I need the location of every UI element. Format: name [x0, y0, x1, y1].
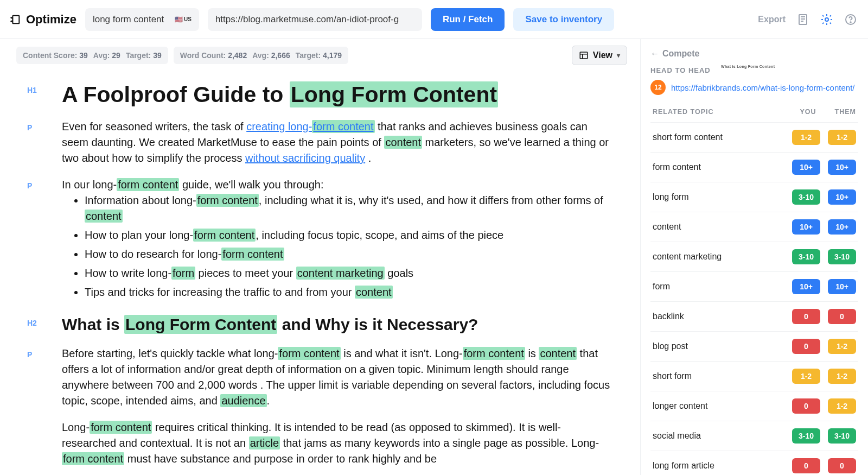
topic-row[interactable]: backlink00	[650, 301, 858, 331]
h1-text: A Foolproof Guide to Long Form Content	[62, 81, 613, 108]
view-dropdown[interactable]: View ▾	[572, 46, 627, 65]
them-value: 3-10	[828, 428, 856, 444]
arrow-left-icon: ←	[650, 49, 659, 59]
them-value: 1-2	[828, 369, 856, 384]
list-item: How to do research for long-form content	[85, 246, 613, 262]
you-value: 3-10	[792, 428, 820, 444]
p4-text: Long-form content requires critical thin…	[62, 420, 613, 467]
topic-row[interactable]: form content10+10+	[650, 152, 858, 182]
brand-label: Optimize	[26, 12, 76, 27]
col-topic: RELATED TOPIC	[653, 108, 714, 116]
list-item: How to plan your long-form content, incl…	[85, 227, 613, 243]
them-value: 0	[828, 458, 856, 473]
them-value: 1-2	[828, 339, 856, 354]
svg-rect-0	[12, 15, 19, 23]
them-value: 3-10	[828, 249, 856, 264]
paragraph-2: P In our long-form content guide, we'll …	[27, 177, 613, 303]
topic-name: form	[653, 282, 670, 292]
svg-point-2	[825, 18, 828, 21]
you-value: 0	[792, 398, 820, 414]
topic-input[interactable]: long form content 🇺🇸US	[85, 8, 199, 31]
run-fetch-button[interactable]: Run / Fetch	[431, 8, 505, 31]
topic-row[interactable]: blog post01-2	[650, 331, 858, 361]
topic-row[interactable]: long form article00	[650, 451, 858, 475]
paragraph-3: P Before starting, let's quickly tackle …	[27, 346, 613, 409]
top-bar: Optimize long form content 🇺🇸US https://…	[0, 0, 868, 39]
topic-row[interactable]: longer content01-2	[650, 391, 858, 421]
brand: Optimize	[9, 12, 76, 27]
you-value: 0	[792, 309, 820, 324]
list-item: Information about long-form content, inc…	[85, 193, 613, 224]
competitor-rank-badge: 12	[650, 80, 666, 95]
p-tag: P	[27, 177, 43, 190]
col-them: THEM	[835, 108, 856, 116]
list-item: Tips and tricks for increasing the traff…	[85, 284, 613, 300]
svg-point-4	[850, 22, 851, 23]
you-value: 10+	[792, 219, 820, 235]
topic-name: long form	[653, 192, 689, 202]
table-header: RELATED TOPIC YOU THEM	[650, 105, 858, 122]
topic-row[interactable]: short form1-21-2	[650, 361, 858, 391]
back-compete-link[interactable]: ← Compete	[650, 49, 858, 59]
competitor-url[interactable]: https://fabrikbrands.com/what-is-long-fo…	[671, 83, 854, 92]
link-quality[interactable]: without sacrificing quality	[245, 152, 365, 164]
topic-name: form content	[653, 162, 701, 172]
topic-row[interactable]: long form3-1010+	[650, 182, 858, 212]
p1-text: Even for seasoned writers, the task of c…	[62, 119, 613, 166]
p-tag	[27, 420, 43, 424]
head-to-head-label: HEAD TO HEAD What is Long Form Content	[650, 66, 858, 74]
paragraph-4: Long-form content requires critical thin…	[27, 420, 613, 467]
stats-row: Content Score: 39 Avg: 29 Target: 39 Wor…	[0, 39, 640, 71]
topic-row[interactable]: content10+10+	[650, 212, 858, 242]
col-you: YOU	[800, 108, 816, 116]
save-inventory-button[interactable]: Save to inventory	[513, 8, 614, 31]
topic-rows: short form content1-21-2form content10+1…	[650, 122, 858, 475]
locale-flag: 🇺🇸US	[175, 16, 192, 23]
them-value: 10+	[828, 219, 856, 235]
topic-input-value: long form content	[93, 14, 164, 25]
help-icon[interactable]	[844, 13, 857, 26]
topic-name: longer content	[653, 401, 707, 411]
p-tag: P	[27, 119, 43, 132]
list-item: How to write long-form pieces to meet yo…	[85, 265, 613, 281]
svg-rect-5	[580, 52, 588, 59]
gear-icon[interactable]	[820, 13, 833, 26]
competitor-source: 12 https://fabrikbrands.com/what-is-long…	[650, 80, 858, 95]
p2-text: In our long-form content guide, we'll wa…	[62, 177, 613, 303]
topic-row[interactable]: form10+10+	[650, 271, 858, 301]
compete-panel: ← Compete HEAD TO HEAD What is Long Form…	[640, 39, 868, 475]
you-value: 10+	[792, 279, 820, 294]
paragraph-1: P Even for seasoned writers, the task of…	[27, 119, 613, 166]
topic-name: content	[653, 222, 681, 232]
top-right-tools: Export	[758, 13, 857, 26]
h1-tag: H1	[27, 81, 43, 94]
notes-icon[interactable]	[796, 13, 809, 26]
topic-name: short form content	[653, 132, 723, 142]
word-count-pill: Word Count: 2,482 Avg: 2,666 Target: 4,1…	[174, 47, 348, 64]
article-body: H1 A Foolproof Guide to Long Form Conten…	[0, 71, 640, 475]
them-value: 1-2	[828, 398, 856, 414]
view-label: View	[593, 50, 612, 60]
h2-tag: H2	[27, 314, 43, 327]
export-link[interactable]: Export	[758, 15, 786, 24]
bullet-list: Information about long-form content, inc…	[62, 193, 613, 300]
them-value: 10+	[828, 279, 856, 294]
topic-row[interactable]: short form content1-21-2	[650, 122, 858, 152]
topic-name: social media	[653, 431, 701, 441]
content-area: Content Score: 39 Avg: 29 Target: 39 Wor…	[0, 39, 640, 475]
p3-text: Before starting, let's quickly tackle wh…	[62, 346, 613, 409]
topic-name: content marketing	[653, 252, 722, 262]
link-creating[interactable]: creating long-form content	[246, 120, 374, 133]
topic-name: short form	[653, 371, 692, 381]
you-value: 3-10	[792, 249, 820, 264]
topic-name: backlink	[653, 312, 684, 321]
them-value: 10+	[828, 189, 856, 205]
you-value: 0	[792, 458, 820, 473]
url-input[interactable]: https://blog.marketmuse.com/an-idiot-pro…	[208, 8, 422, 31]
topic-row[interactable]: content marketing3-103-10	[650, 242, 858, 271]
you-value: 1-2	[792, 130, 820, 145]
topic-name: blog post	[653, 341, 688, 351]
view-icon	[579, 50, 589, 60]
topic-row[interactable]: social media3-103-10	[650, 421, 858, 451]
heading-1: H1 A Foolproof Guide to Long Form Conten…	[27, 81, 613, 108]
